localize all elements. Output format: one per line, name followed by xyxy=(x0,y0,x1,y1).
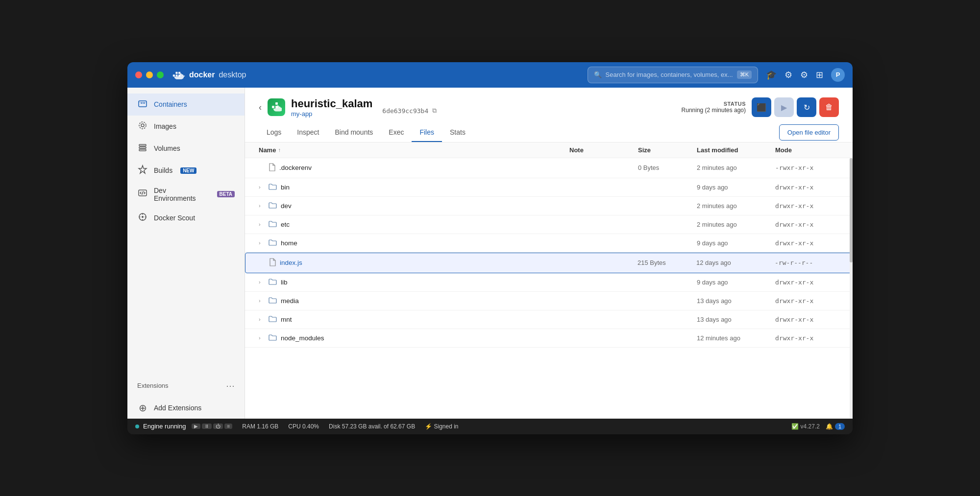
sidebar-item-add-extensions[interactable]: ⊕ Add Extensions xyxy=(127,397,245,419)
file-row-lib[interactable]: › lib 9 days ago drwxr-xr-x xyxy=(245,273,853,292)
svg-rect-10 xyxy=(139,144,146,146)
restart-button[interactable]: ↻ xyxy=(797,97,816,117)
dev-environments-badge: BETA xyxy=(217,191,235,197)
extensions-section: Extensions ⋯ xyxy=(127,373,245,395)
engine-running-label: Engine running xyxy=(143,423,186,430)
col-name-header[interactable]: Name ↑ xyxy=(259,146,569,154)
extensions-menu-icon[interactable]: ⋯ xyxy=(226,380,235,391)
file-modified-cell: 9 days ago xyxy=(697,184,775,191)
file-mode-cell: drwxr-xr-x xyxy=(775,221,839,228)
col-mode-header: Mode xyxy=(775,146,839,154)
settings-icon[interactable]: ⚙ xyxy=(784,70,792,80)
docker-logo: docker desktop xyxy=(172,68,246,82)
gear-icon[interactable]: ⚙ xyxy=(800,70,808,80)
minimize-button[interactable] xyxy=(146,71,153,78)
sidebar-item-images-label: Images xyxy=(154,122,176,130)
file-modified-cell: 12 minutes ago xyxy=(697,334,775,342)
file-list: .dockerenv 0 Bytes 2 minutes ago -rwxr-x… xyxy=(245,158,853,348)
stop-button[interactable]: ⬛ xyxy=(752,97,771,117)
tab-exec[interactable]: Exec xyxy=(381,123,412,142)
sidebar-item-add-extensions-label: Add Extensions xyxy=(154,404,201,412)
delete-button[interactable]: 🗑 xyxy=(819,97,839,117)
containers-icon xyxy=(137,98,148,111)
svg-point-15 xyxy=(142,216,144,218)
file-name-text: mnt xyxy=(281,316,292,323)
file-name-text: etc xyxy=(281,221,290,228)
back-button[interactable]: ‹ xyxy=(259,102,262,113)
container-avatar xyxy=(268,98,285,116)
svg-rect-18 xyxy=(275,102,278,105)
sidebar-item-builds[interactable]: Builds NEW xyxy=(127,160,245,182)
learn-icon[interactable]: 🎓 xyxy=(766,70,777,80)
status-signed-in: ⚡ Signed in xyxy=(425,423,458,430)
docker-scout-icon xyxy=(137,212,148,224)
sidebar-item-images[interactable]: Images xyxy=(127,116,245,138)
file-row-node_modules[interactable]: › node_modules 12 minutes ago drwxr-xr-x xyxy=(245,329,853,348)
file-row-etc[interactable]: › etc 2 minutes ago drwxr-xr-x xyxy=(245,215,853,234)
tab-stats[interactable]: Stats xyxy=(442,123,473,142)
col-modified-header: Last modified xyxy=(697,146,775,154)
file-mode-cell: drwxr-xr-x xyxy=(775,202,839,210)
sidebar-item-dev-environments[interactable]: Dev Environments BETA xyxy=(127,182,245,207)
version-label: v4.27.2 xyxy=(801,423,820,430)
file-modified-cell: 2 minutes ago xyxy=(697,164,775,171)
folder-icon xyxy=(269,183,277,191)
tab-bind-mounts[interactable]: Bind mounts xyxy=(327,123,381,142)
sidebar-item-docker-scout[interactable]: Docker Scout xyxy=(127,207,245,229)
container-header: ‹ heuristic_kalam my-app xyxy=(245,88,853,142)
notifications[interactable]: 🔔 1 xyxy=(826,423,845,430)
tab-inspect[interactable]: Inspect xyxy=(289,123,327,142)
open-file-editor-button[interactable]: Open file editor xyxy=(779,124,839,141)
file-mode-cell: -rwxr-xr-x xyxy=(775,164,839,171)
tab-files[interactable]: Files xyxy=(412,123,442,142)
sidebar-item-dev-environments-label: Dev Environments xyxy=(154,187,209,202)
svg-rect-1 xyxy=(175,74,177,76)
file-row-mnt[interactable]: › mnt 13 days ago drwxr-xr-x xyxy=(245,310,853,329)
file-row-bin[interactable]: › bin 9 days ago drwxr-xr-x xyxy=(245,178,853,197)
file-icon xyxy=(269,163,275,173)
tab-logs[interactable]: Logs xyxy=(259,123,289,142)
file-mode-cell: drwxr-xr-x xyxy=(775,316,839,323)
close-button[interactable] xyxy=(135,71,142,78)
sidebar-item-volumes[interactable]: Volumes xyxy=(127,138,245,160)
notification-count: 1 xyxy=(835,423,845,430)
file-modified-cell: 9 days ago xyxy=(697,239,775,247)
file-name-cell: .dockerenv xyxy=(259,163,569,173)
sidebar-nav: Containers Images xyxy=(127,88,245,373)
file-size-cell: 0 Bytes xyxy=(638,164,697,171)
file-mode-cell: drwxr-xr-x xyxy=(775,279,839,286)
folder-icon xyxy=(269,220,277,229)
sidebar-item-builds-label: Builds xyxy=(154,166,172,174)
file-name-cell: › etc xyxy=(259,220,569,229)
main-layout: Containers Images xyxy=(127,88,853,419)
folder-icon xyxy=(269,315,277,324)
file-mode-cell: drwxr-xr-x xyxy=(775,239,839,247)
avatar[interactable]: P xyxy=(831,68,845,82)
copy-id-icon[interactable]: ⧉ xyxy=(432,107,437,115)
file-row-index.js[interactable]: index.js 215 Bytes 12 days ago -rw-r--r-… xyxy=(245,253,853,273)
container-id: 6de639cc93b4 xyxy=(382,107,428,115)
file-size-cell: 215 Bytes xyxy=(637,259,696,266)
maximize-button[interactable] xyxy=(157,71,164,78)
file-row-media[interactable]: › media 13 days ago drwxr-xr-x xyxy=(245,292,853,310)
container-app-link[interactable]: my-app xyxy=(291,110,372,118)
app-window: docker desktop 🔍 Search for images, cont… xyxy=(127,62,853,434)
expand-icon: › xyxy=(259,335,265,341)
add-extensions-icon: ⊕ xyxy=(137,402,148,414)
scrollbar-thumb[interactable] xyxy=(850,158,853,262)
file-modified-cell: 12 days ago xyxy=(696,259,775,266)
file-row-.dockerenv[interactable]: .dockerenv 0 Bytes 2 minutes ago -rwxr-x… xyxy=(245,158,853,178)
folder-icon xyxy=(269,278,277,286)
sidebar-item-containers[interactable]: Containers xyxy=(127,94,245,116)
file-name-text: dev xyxy=(281,202,292,210)
file-row-dev[interactable]: › dev 2 minutes ago drwxr-xr-x xyxy=(245,197,853,215)
file-name-cell: › home xyxy=(259,239,569,247)
grid-icon[interactable]: ⊞ xyxy=(816,70,823,80)
expand-icon: › xyxy=(259,316,265,322)
resume-button[interactable]: ▶ xyxy=(774,97,794,117)
sidebar-item-containers-label: Containers xyxy=(154,100,187,108)
global-search[interactable]: 🔍 Search for images, containers, volumes… xyxy=(588,67,758,83)
file-modified-cell: 13 days ago xyxy=(697,297,775,305)
file-row-home[interactable]: › home 9 days ago drwxr-xr-x xyxy=(245,234,853,253)
status-value: Running (2 minutes ago) xyxy=(682,107,746,114)
